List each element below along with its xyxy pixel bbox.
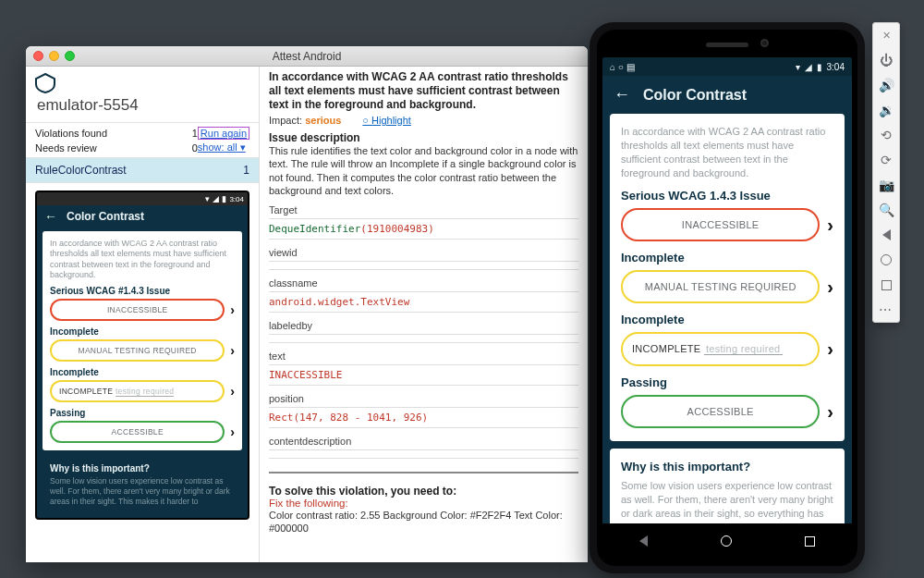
solve-heading: To solve this violation, you need to: (269, 485, 578, 498)
app-body: emulator-5554 Violations found 1 Run aga… (26, 67, 588, 562)
phone-incomplete-hint: testing required (704, 343, 783, 355)
phone-chip-accessible: ACCESSIBLE (621, 395, 820, 428)
volume-up-icon[interactable]: 🔊 (878, 77, 894, 93)
phone-item-row[interactable]: MANUAL TESTING REQUIRED › (621, 270, 833, 303)
rotate-right-icon[interactable]: ⟳ (878, 152, 894, 168)
mini-item-row: ACCESSIBLE › (50, 421, 235, 443)
field-target-value: DequeIdentifier(1910004983) (269, 219, 578, 240)
field-contentdesc-label: contentdescription (269, 436, 578, 450)
mini-item-row: INCOMPLETE testing required › (50, 380, 235, 402)
wifi-icon: ▾ (205, 194, 210, 203)
phone-scroll-area[interactable]: In accordance with WCAG 2 AA contrast ra… (602, 114, 852, 523)
screenshot-icon[interactable]: 📷 (878, 177, 894, 193)
battery-icon: ▮ (817, 62, 822, 72)
attest-logo-icon (33, 72, 57, 94)
phone-status-bar: ⌂ ○ ▤ ▾ ◢ ▮ 3:04 (602, 57, 852, 76)
field-classname-value: android.widget.TextView (269, 292, 578, 313)
rule-count: 1 (243, 164, 249, 177)
impact-value: serious (305, 115, 341, 126)
chevron-right-icon: › (827, 338, 833, 360)
field-viewid-value (269, 262, 578, 270)
chevron-right-icon: › (827, 277, 833, 298)
field-viewid-label: viewid (269, 247, 578, 262)
mini-section-label: Incomplete (50, 326, 235, 337)
back-arrow-icon[interactable]: ← (614, 85, 630, 105)
field-position-value: Rect(147, 828 - 1041, 926) (269, 408, 578, 428)
battery-icon: ▮ (222, 194, 226, 203)
nav-recent-icon[interactable] (805, 535, 815, 549)
phone-info-card: Why is this important? Some low vision u… (610, 449, 845, 523)
mini-chip-accessible: ACCESSIBLE (50, 421, 225, 443)
signal-icon: ◢ (213, 194, 219, 203)
chevron-right-icon: › (827, 401, 833, 423)
phone-section-label: Incomplete (621, 251, 833, 264)
zoom-window-button[interactable] (65, 51, 75, 61)
attest-window: Attest Android emulator-5554 Violations … (26, 46, 588, 562)
field-labeledby-value (269, 335, 578, 343)
phone-speaker (706, 43, 748, 47)
phone-screen-title: Color Contrast (643, 87, 747, 104)
mini-section-label: Passing (50, 408, 235, 418)
phone-camera (760, 39, 769, 47)
toolbar-close-icon[interactable]: ✕ (878, 27, 894, 43)
phone-rule-desc: In accordance with WCAG 2 AA contrast ra… (621, 125, 833, 179)
emulator-toolbar: ✕ ⏻ 🔊 🔉 ⟲ ⟳ 📷 🔍 ⋯ (872, 22, 900, 323)
rule-name: RuleColorContrast (35, 164, 127, 177)
run-again-link[interactable]: Run again (198, 127, 249, 140)
field-classname-label: classname (269, 277, 578, 292)
emu-recent-icon[interactable] (878, 277, 894, 293)
nav-back-icon[interactable] (639, 535, 648, 549)
chevron-right-icon: › (230, 384, 235, 399)
close-window-button[interactable] (33, 51, 43, 61)
phone-app-bar: ← Color Contrast (602, 76, 852, 114)
rule-list-item[interactable]: RuleColorContrast 1 (26, 158, 259, 183)
volume-down-icon[interactable]: 🔉 (878, 102, 894, 118)
brand-row (26, 67, 259, 96)
signal-icon: ◢ (805, 62, 812, 72)
phone-item-row[interactable]: INACCESSIBLE › (621, 208, 833, 241)
mini-chip-manual: MANUAL TESTING REQUIRED (50, 339, 225, 362)
rule-heading: In accordance with WCAG 2 AA contrast ra… (269, 70, 578, 112)
chevron-right-icon: › (230, 302, 235, 317)
nav-home-icon[interactable] (721, 535, 732, 549)
mini-item-row: INACCESSIBLE › (50, 299, 235, 321)
rotate-left-icon[interactable]: ⟲ (878, 127, 894, 143)
phone-info-heading: Why is this important? (621, 460, 833, 473)
phone-chip-manual: MANUAL TESTING REQUIRED (621, 270, 820, 303)
mini-section-label: Incomplete (50, 367, 235, 377)
phone-item-row[interactable]: INCOMPLETE testing required › (621, 332, 833, 366)
phone-nav-bar (602, 523, 852, 560)
highlight-toggle[interactable]: Highlight (362, 115, 411, 126)
phone-results-card: In accordance with WCAG 2 AA contrast ra… (610, 114, 845, 441)
fix-detail: Color contrast ratio: 2.55 Background Co… (269, 509, 578, 535)
power-icon[interactable]: ⏻ (878, 52, 894, 68)
window-titlebar[interactable]: Attest Android (26, 46, 588, 67)
phone-section-label: Serious WCAG 1.4.3 Issue (621, 189, 833, 203)
mini-section-label: Serious WCAG #1.4.3 Issue (50, 286, 235, 296)
show-filter-dropdown[interactable]: show: all ▾ (198, 141, 249, 154)
wifi-icon: ▾ (796, 62, 800, 72)
screenshot-preview: ▾ ◢ ▮ 3:04 ← Color Contrast In accordanc… (26, 183, 259, 562)
impact-label: Impact: (269, 115, 302, 126)
window-title: Attest Android (26, 50, 588, 63)
more-icon[interactable]: ⋯ (878, 301, 894, 318)
status-left-icons: ⌂ ○ ▤ (610, 62, 635, 72)
zoom-icon[interactable]: 🔍 (878, 202, 894, 218)
mini-info-body: Some low vision users experience low con… (50, 476, 235, 507)
field-text-label: text (269, 350, 578, 365)
field-text-value: INACCESSIBLE (269, 365, 578, 386)
detail-pane: In accordance with WCAG 2 AA contrast ra… (260, 67, 588, 562)
mini-screen-title: Color Contrast (67, 210, 144, 223)
field-contentdesc-value (269, 450, 578, 459)
minimize-window-button[interactable] (49, 51, 59, 61)
chevron-right-icon: › (230, 343, 235, 358)
issue-desc-text: This rule identifies the text color and … (269, 144, 578, 197)
phone-section-label: Passing (621, 375, 833, 389)
phone-info-body: Some low vision users experience low con… (621, 479, 833, 523)
mini-chip-incomplete: INCOMPLETE testing required (50, 380, 225, 402)
emu-home-icon[interactable] (878, 252, 894, 268)
emu-back-icon[interactable] (878, 227, 894, 243)
chevron-right-icon: › (827, 215, 833, 236)
mini-chip-inaccessible: INACCESSIBLE (50, 299, 225, 321)
phone-item-row[interactable]: ACCESSIBLE › (621, 395, 833, 428)
